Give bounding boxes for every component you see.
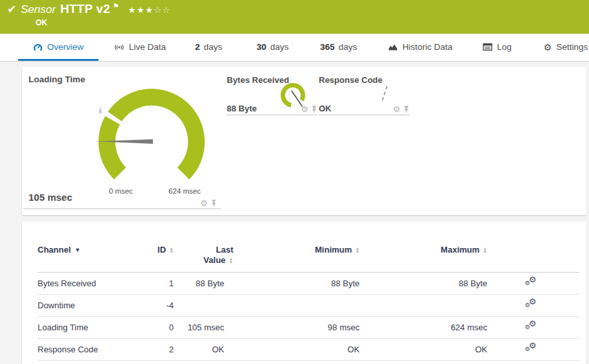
- gauge-icon: [33, 43, 43, 52]
- tab-number: 365: [320, 42, 335, 52]
- channel-settings-icon[interactable]: ⚙⚙: [525, 321, 538, 332]
- table-row: Downtime -4 ⚙⚙: [38, 295, 579, 317]
- channel-maximum: 88 Byte: [360, 279, 487, 288]
- area-chart-icon: [388, 43, 398, 51]
- gauge-scale-max: 624 msec: [168, 187, 201, 195]
- tab-live-data[interactable]: Live Data: [109, 35, 171, 61]
- channel-id: 2: [148, 345, 174, 354]
- channel-minimum: 88 Byte: [224, 279, 360, 288]
- column-header-id[interactable]: ID▲▼: [148, 245, 174, 255]
- tab-number: 2: [195, 42, 200, 52]
- live-data-icon: [114, 43, 124, 52]
- sort-toggle-icon[interactable]: ▲▼: [483, 247, 487, 253]
- table-row: Bytes Received 1 88 Byte 88 Byte 88 Byte…: [38, 273, 579, 295]
- tab-log[interactable]: Log: [478, 35, 517, 61]
- stars-filled[interactable]: ★★★: [128, 5, 154, 15]
- tab-label: Settings: [557, 42, 588, 52]
- average-marker: x̄: [98, 107, 102, 115]
- channel-name[interactable]: Downtime: [38, 301, 148, 310]
- response-code-needle: [372, 76, 398, 106]
- table-row: Loading Time 0 105 msec 98 msec 624 msec…: [38, 317, 579, 339]
- gear-icon[interactable]: ⚙: [200, 199, 208, 207]
- status-check-icon: ✔: [7, 3, 16, 16]
- channel-last-value: OK: [174, 345, 224, 354]
- log-list-icon: [483, 43, 492, 51]
- pin-icon[interactable]: [211, 199, 217, 207]
- pin-icon[interactable]: [311, 106, 318, 113]
- tab-label: days: [204, 42, 223, 52]
- tab-365-days[interactable]: 365 days: [315, 35, 362, 61]
- channel-settings-icon[interactable]: ⚙⚙: [525, 299, 538, 310]
- tab-label: days: [270, 42, 289, 52]
- channels-table: Channel▼ ID▲▼ LastValue▲▼ Minimum▲▼ Maxi…: [38, 222, 579, 361]
- stars-empty[interactable]: ☆☆: [154, 5, 170, 15]
- channel-maximum: OK: [360, 345, 487, 354]
- gear-icon[interactable]: ⚙: [393, 105, 400, 113]
- gear-icon: ⚙: [544, 43, 552, 52]
- priority-stars[interactable]: ★★★☆☆: [128, 5, 171, 15]
- flag-icon[interactable]: ⚑: [113, 2, 119, 10]
- gauges-panel: Loading Time x̄ 0 msec 624 msec 105 msec…: [22, 67, 586, 215]
- prtg-sensor-page: ✔ Sensor HTTP v2 ⚑ ★★★☆☆ OK Overview Liv…: [0, 0, 589, 364]
- loading-time-gauge: [84, 70, 227, 193]
- channel-id: -4: [148, 301, 174, 310]
- tab-label: Overview: [47, 42, 84, 52]
- channel-minimum: OK: [224, 345, 360, 354]
- tab-label: Log: [497, 42, 512, 52]
- channel-id: 1: [148, 279, 174, 288]
- sort-desc-icon: ▼: [75, 247, 80, 253]
- table-row: Response Code 2 OK OK OK ⚙⚙: [38, 339, 579, 361]
- column-header-minimum[interactable]: Minimum▲▼: [224, 245, 360, 255]
- tab-2-days[interactable]: 2 days: [190, 35, 227, 61]
- table-header-row: Channel▼ ID▲▼ LastValue▲▼ Minimum▲▼ Maxi…: [38, 222, 579, 273]
- bytes-received-panel: Bytes Received 88 Byte ⚙: [227, 73, 318, 115]
- loading-time-value: 105 msec: [29, 192, 73, 203]
- status-badge: OK: [36, 18, 171, 27]
- channel-maximum: 624 msec: [360, 323, 487, 332]
- channel-id: 0: [148, 323, 174, 332]
- tab-label: days: [339, 42, 358, 52]
- bytes-received-value: 88 Byte: [227, 104, 257, 113]
- channel-name[interactable]: Bytes Received: [38, 279, 148, 288]
- response-code-panel: Response Code OK ⚙: [319, 73, 410, 115]
- sensor-title-block: Sensor HTTP v2 ⚑ ★★★☆☆ OK: [21, 2, 171, 27]
- panel-footer-icons: ⚙: [200, 199, 217, 207]
- sensor-name: HTTP v2: [60, 2, 110, 16]
- gauge-scale-min: 0 msec: [109, 187, 133, 195]
- tab-number: 30: [257, 42, 266, 52]
- response-code-value: OK: [319, 104, 332, 113]
- panel-divider: [23, 209, 221, 209]
- column-header-maximum[interactable]: Maximum▲▼: [360, 245, 487, 255]
- channel-last-value: 105 msec: [174, 323, 224, 332]
- sensor-header: ✔ Sensor HTTP v2 ⚑ ★★★☆☆ OK: [0, 0, 589, 34]
- tab-historic-data[interactable]: Historic Data: [383, 35, 457, 61]
- gear-icon[interactable]: ⚙: [301, 105, 308, 113]
- tab-bar: Overview Live Data 2 days 30 days 365 da…: [0, 34, 589, 62]
- tab-label: Live Data: [129, 42, 166, 52]
- tab-settings[interactable]: ⚙ Settings: [538, 35, 589, 61]
- object-kind-label: Sensor: [21, 3, 56, 16]
- loading-time-title: Loading Time: [29, 74, 86, 84]
- channel-settings-icon[interactable]: ⚙⚙: [525, 277, 538, 288]
- column-header-channel[interactable]: Channel▼: [38, 245, 148, 255]
- tab-overview[interactable]: Overview: [18, 35, 98, 61]
- channel-minimum: 98 msec: [224, 323, 360, 332]
- tab-30-days[interactable]: 30 days: [251, 35, 294, 61]
- pin-icon[interactable]: [403, 106, 410, 113]
- channels-panel: Channel▼ ID▲▼ LastValue▲▼ Minimum▲▼ Maxi…: [22, 222, 586, 364]
- panel-footer-icons: ⚙: [301, 105, 318, 113]
- panel-footer-icons: ⚙: [393, 105, 410, 113]
- tab-label: Historic Data: [402, 42, 452, 52]
- sort-toggle-icon[interactable]: ▲▼: [229, 257, 233, 264]
- sort-toggle-icon[interactable]: ▲▼: [169, 247, 174, 253]
- channel-last-value: 88 Byte: [174, 279, 224, 288]
- channel-settings-icon[interactable]: ⚙⚙: [525, 343, 538, 354]
- sort-toggle-icon[interactable]: ▲▼: [355, 247, 360, 253]
- channel-name[interactable]: Loading Time: [38, 323, 148, 332]
- channel-name[interactable]: Response Code: [38, 345, 148, 354]
